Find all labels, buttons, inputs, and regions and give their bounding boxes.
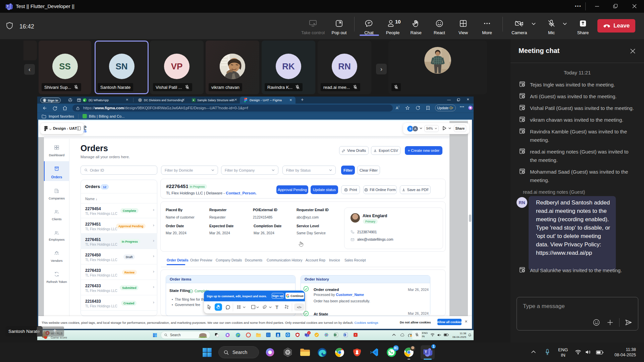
svg-text:T: T [425, 350, 427, 354]
svg-text:10: 10 [395, 19, 401, 24]
svg-text:T: T [7, 5, 9, 8]
